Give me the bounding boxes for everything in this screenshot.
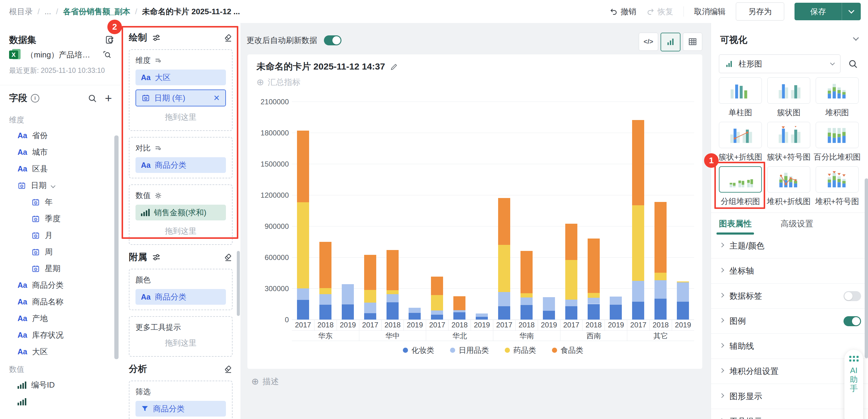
chart-view-button[interactable] <box>660 33 681 52</box>
field-item-日期[interactable]: 日期 <box>0 177 121 194</box>
bar-segment-其它-2018-化妆类[interactable] <box>654 299 666 320</box>
bar-segment-西南-2018-化妆类[interactable] <box>588 304 600 320</box>
bar-segment-华东-2018-食品类[interactable] <box>319 242 332 288</box>
field-chip-商品分类[interactable]: 商品分类 <box>135 401 226 417</box>
bar-segment-西南-2018-日用品类[interactable] <box>588 298 600 304</box>
cancel-edit-button[interactable]: 取消编辑 <box>694 6 725 17</box>
section-坐标轴[interactable]: 坐标轴 <box>711 258 868 284</box>
bar-segment-华南-2018-化妆类[interactable] <box>521 305 533 320</box>
bar-segment-华北-2018-日用品类[interactable] <box>453 310 465 312</box>
field-item-月[interactable]: 月 <box>0 227 121 244</box>
bar-segment-西南-2017-药品类[interactable] <box>565 260 577 299</box>
chart-type-分组堆积图[interactable]: 分组堆积图 <box>719 166 762 207</box>
breadcrumb-item[interactable]: ... <box>44 7 51 16</box>
legend-item-药品类[interactable]: 药品类 <box>505 345 536 355</box>
bar-segment-华中-2018-药品类[interactable] <box>386 290 399 294</box>
bar-segment-华东-2017-日用品类[interactable] <box>297 288 309 300</box>
chart-type-百分比堆积图[interactable]: 百分比堆积图 <box>816 122 859 162</box>
bar-segment-华北-2019-日用品类[interactable] <box>476 314 488 317</box>
bar-segment-华北-2018-化妆类[interactable] <box>453 312 465 320</box>
bar-segment-其它-2018-日用品类[interactable] <box>654 280 666 299</box>
section-主题/颜色[interactable]: 主题/颜色 <box>711 233 868 258</box>
table-view-button[interactable] <box>683 33 702 51</box>
bar-segment-其它-2018-食品类[interactable] <box>654 202 666 273</box>
bar-segment-华东-2019-化妆类[interactable] <box>342 304 354 320</box>
bar-segment-华东-2018-日用品类[interactable] <box>319 294 332 305</box>
bar-segment-西南-2019-日用品类[interactable] <box>610 296 622 305</box>
chart-type-单柱图[interactable]: 单柱图 <box>719 77 762 118</box>
field-item-区县[interactable]: Aa区县 <box>0 161 121 177</box>
gear-icon[interactable] <box>154 192 162 199</box>
switch-dataset-icon[interactable] <box>105 35 115 45</box>
auto-refresh-toggle[interactable] <box>324 35 341 45</box>
field-item-星期[interactable]: 星期 <box>0 260 121 277</box>
bar-segment-华东-2018-化妆类[interactable] <box>319 305 332 320</box>
section-数据标签[interactable]: 数据标签 <box>711 284 868 309</box>
breadcrumb-item[interactable]: 根目录 <box>9 6 33 17</box>
sidebar-scrollbar[interactable] <box>114 135 119 359</box>
field-item-年[interactable]: 年 <box>0 194 121 211</box>
bar-segment-华东-2018-药品类[interactable] <box>319 288 332 294</box>
bar-segment-华南-2018-食品类[interactable] <box>521 251 533 294</box>
bar-segment-华东-2017-食品类[interactable] <box>297 131 309 202</box>
field-chip-日期 (年)[interactable]: 日期 (年)✕ <box>135 90 226 106</box>
breadcrumb-item[interactable]: 各省份销售额_副本 <box>63 6 130 17</box>
bar-segment-华中-2017-药品类[interactable] <box>364 290 376 302</box>
section-图例[interactable]: 图例 <box>711 309 868 334</box>
field-item-季度[interactable]: 季度 <box>0 211 121 227</box>
bar-segment-华中-2018-化妆类[interactable] <box>386 302 399 320</box>
bar-segment-西南-2018-药品类[interactable] <box>588 293 600 297</box>
bar-segment-华南-2017-药品类[interactable] <box>498 245 510 292</box>
bar-segment-其它-2017-药品类[interactable] <box>632 205 644 281</box>
eraser-icon[interactable] <box>223 364 232 374</box>
bar-segment-其它-2019-日用品类[interactable] <box>677 282 689 302</box>
search-chart-type-icon[interactable] <box>848 59 858 69</box>
bar-segment-西南-2017-化妆类[interactable] <box>565 306 577 320</box>
field-item-产地[interactable]: Aa产地 <box>0 310 121 327</box>
search-fields-icon[interactable] <box>87 93 97 103</box>
redo-button[interactable]: 恢复 <box>647 6 673 17</box>
chart-type-select[interactable]: 柱形图 <box>719 55 840 73</box>
bar-segment-其它-2019-药品类[interactable] <box>677 282 689 282</box>
add-field-icon[interactable]: + <box>105 94 112 103</box>
chart-type-簇状+折线图[interactable]: 簇状+折线图 <box>719 122 762 162</box>
legend-item-化妆类[interactable]: 化妆类 <box>403 345 434 355</box>
save-as-button[interactable]: 另存为 <box>736 2 784 21</box>
field-chip-商品分类[interactable]: Aa商品分类 <box>135 289 226 305</box>
draw-panel-scrollbar[interactable] <box>237 251 240 316</box>
bar-segment-华东-2017-药品类[interactable] <box>297 202 309 288</box>
section-辅助线[interactable]: 辅助线 <box>711 334 868 359</box>
chart-type-堆积图[interactable]: 堆积图 <box>816 77 859 118</box>
save-button[interactable]: 保存 <box>795 3 861 20</box>
bar-segment-其它-2017-食品类[interactable] <box>632 120 644 205</box>
ai-assistant-button[interactable]: AI助手 <box>844 350 863 419</box>
field-item-省份[interactable]: Aa省份 <box>0 127 121 144</box>
bar-segment-华北-2017-食品类[interactable] <box>431 277 443 295</box>
legend-item-日用品类[interactable]: 日用品类 <box>450 345 489 355</box>
code-view-button[interactable]: </> <box>639 33 658 51</box>
field-chip-大区[interactable]: Aa大区 <box>135 69 226 85</box>
bar-segment-其它-2017-日用品类[interactable] <box>632 281 644 302</box>
chart-type-堆积+符号图[interactable]: 堆积+符号图 <box>816 166 859 207</box>
bar-segment-华中-2018-食品类[interactable] <box>386 250 399 290</box>
legend-item-食品类[interactable]: 食品类 <box>552 345 583 355</box>
bar-segment-其它-2018-药品类[interactable] <box>654 273 666 280</box>
chart-type-簇状+符号图[interactable]: 簇状+符号图 <box>767 122 810 162</box>
field-item-partial[interactable] <box>0 393 121 410</box>
sort-icon[interactable] <box>154 57 162 64</box>
bar-segment-华中-2017-食品类[interactable] <box>364 255 376 290</box>
bar-segment-华南-2019-化妆类[interactable] <box>543 311 555 320</box>
preview-dataset-icon[interactable] <box>102 50 112 60</box>
bar-segment-华南-2017-日用品类[interactable] <box>498 292 510 306</box>
chevron-down-icon[interactable] <box>51 184 56 188</box>
bar-segment-华东-2017-化妆类[interactable] <box>297 300 309 320</box>
field-item-编号ID[interactable]: 编号ID <box>0 377 121 393</box>
chart-type-堆积+折线图[interactable]: 堆积+折线图 <box>767 166 810 207</box>
bar-segment-华南-2017-食品类[interactable] <box>498 198 510 245</box>
field-item-商品名称[interactable]: Aa商品名称 <box>0 294 121 310</box>
bar-segment-华北-2019-化妆类[interactable] <box>476 317 488 320</box>
bar-segment-华南-2019-日用品类[interactable] <box>543 297 555 311</box>
bar-segment-西南-2019-化妆类[interactable] <box>610 305 622 320</box>
chart-type-簇状图[interactable]: 簇状图 <box>767 77 810 118</box>
bar-segment-华南-2018-日用品类[interactable] <box>521 297 533 305</box>
